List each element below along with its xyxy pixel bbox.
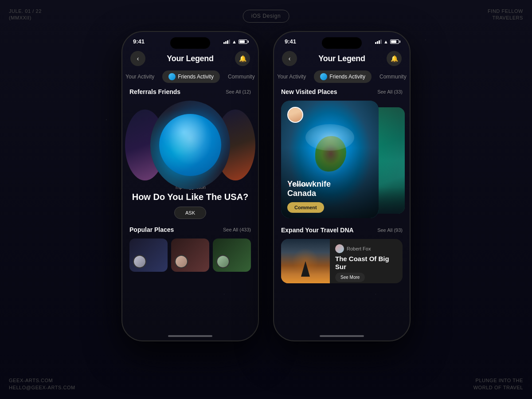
expand-article-title: The Coast Of Big Sur <box>335 255 397 271</box>
tab-bar-2: Your Activity Friends Activity Community <box>274 70 410 88</box>
place-card-1[interactable] <box>129 239 168 272</box>
expand-section: Expand Your Travel DNA See All (93) <box>281 227 403 283</box>
place-thumb-2 <box>175 255 188 268</box>
phone-1: 9:41 ▲ ‹ Your Legend <box>121 31 259 341</box>
card-stack: 📍 Canada Yellowknife Canada Comment <box>281 101 403 220</box>
referrals-see-all[interactable]: See All (12) <box>226 89 251 94</box>
ocean-circle <box>159 114 221 176</box>
phone2-content: New Visited Places See All (33) <box>274 88 410 283</box>
popular-places-title: Popular Places <box>129 226 174 233</box>
oval-container <box>150 101 230 189</box>
expand-header: Expand Your Travel DNA See All (93) <box>281 227 403 234</box>
tab-community-1[interactable]: Community <box>222 70 259 83</box>
tab-your-activity-2[interactable]: Your Activity <box>273 70 312 83</box>
expand-card[interactable]: Robert Fox The Coast Of Big Sur See More <box>281 239 403 283</box>
tagline-right: FIND FELLOW TRAVELERS <box>488 8 523 22</box>
popular-places-section: Popular Places See All (433) <box>129 226 251 272</box>
comment-button[interactable]: Comment <box>287 202 324 213</box>
home-indicator-2 <box>320 335 364 337</box>
dynamic-island-1 <box>170 37 210 49</box>
expand-card-body: Robert Fox The Coast Of Big Sur See More <box>330 239 403 283</box>
place-thumb-1 <box>133 255 146 268</box>
nav-bar-2: ‹ Your Legend 🔔 <box>274 47 410 70</box>
new-visited-header: New Visited Places See All (33) <box>281 88 403 95</box>
phone1-content: Referrals Friends See All (12) Trip Sugg… <box>122 88 258 272</box>
back-button-1[interactable]: ‹ <box>130 51 145 66</box>
popular-places-header: Popular Places See All (433) <box>129 226 251 233</box>
status-time-1: 9:41 <box>133 38 145 45</box>
home-indicator-1 <box>168 335 212 337</box>
nav-title-2: Your Legend <box>318 54 365 63</box>
tab-friends-activity-1[interactable]: Friends Activity <box>162 70 220 83</box>
card-avatar <box>287 107 303 123</box>
phone-2: 9:41 ▲ ‹ Your Legend <box>273 31 411 341</box>
bell-button-2[interactable]: 🔔 <box>387 51 402 66</box>
friends-dot-1 <box>168 73 176 80</box>
trip-suggestion: Trip Suggestion How Do You Like The USA?… <box>129 185 251 219</box>
new-visited-see-all[interactable]: See All (33) <box>377 89 403 94</box>
referrals-section: Referrals Friends See All (12) Trip Sugg… <box>129 88 251 219</box>
referrals-title: Referrals Friends <box>129 88 180 95</box>
expand-avatar <box>335 244 344 253</box>
date-label: JULE. 01 / 22 (MMXXII) <box>9 8 42 22</box>
tab-bar-1: Your Activity Friends Activity Community <box>122 70 258 88</box>
bell-button-1[interactable]: 🔔 <box>235 51 250 66</box>
trip-title: How Do You Like The USA? <box>129 192 251 202</box>
battery-icon-1 <box>239 39 247 44</box>
card-place-name: Yellowknife Canada <box>287 180 331 199</box>
expand-title-label: Expand Your Travel DNA <box>281 227 354 234</box>
expand-see-all[interactable]: See All (93) <box>377 227 403 233</box>
footer-left: GEEX-ARTS.COM HELLO@GEEX-ARTS.COM <box>9 377 75 391</box>
expand-card-image <box>281 239 330 283</box>
new-visited-section: New Visited Places See All (33) <box>281 88 403 220</box>
wifi-icon-1: ▲ <box>232 39 237 44</box>
brand-label: iOS Design <box>243 10 289 23</box>
place-card-3[interactable] <box>213 239 251 272</box>
expand-username: Robert Fox <box>347 246 371 251</box>
expand-user: Robert Fox <box>335 244 397 253</box>
tab-friends-activity-2[interactable]: Friends Activity <box>314 70 372 83</box>
referrals-header: Referrals Friends See All (12) <box>129 88 251 95</box>
place-card-2[interactable] <box>171 239 209 272</box>
friends-dot-2 <box>320 73 327 80</box>
see-more-button[interactable]: See More <box>335 273 365 282</box>
battery-icon-2 <box>390 39 399 44</box>
circle-carousel <box>129 101 251 189</box>
ask-button[interactable]: ASK <box>174 207 206 219</box>
status-time-2: 9:41 <box>285 38 296 45</box>
travel-card-main[interactable]: 📍 Canada Yellowknife Canada Comment <box>281 101 379 218</box>
signal-bars-2 <box>375 39 382 44</box>
footer-right: PLUNGE INTO THE WORLD OF TRAVEL <box>473 377 523 391</box>
back-button-2[interactable]: ‹ <box>282 51 297 66</box>
place-thumb-3 <box>216 255 230 268</box>
status-icons-2: ▲ <box>375 39 399 44</box>
sunset-tree <box>301 261 310 277</box>
nav-bar-1: ‹ Your Legend 🔔 <box>122 47 258 70</box>
status-icons-1: ▲ <box>223 39 247 44</box>
places-row <box>129 239 251 272</box>
phones-container: 9:41 ▲ ‹ Your Legend <box>121 31 411 341</box>
tab-your-activity-1[interactable]: Your Activity <box>121 70 160 83</box>
popular-places-see-all[interactable]: See All (433) <box>223 227 251 232</box>
nav-title-1: Your Legend <box>167 54 213 63</box>
dynamic-island-2 <box>322 37 362 49</box>
new-visited-title: New Visited Places <box>281 88 337 95</box>
signal-bars-1 <box>223 39 230 44</box>
wifi-icon-2: ▲ <box>383 39 388 44</box>
tab-community-2[interactable]: Community <box>373 70 411 83</box>
